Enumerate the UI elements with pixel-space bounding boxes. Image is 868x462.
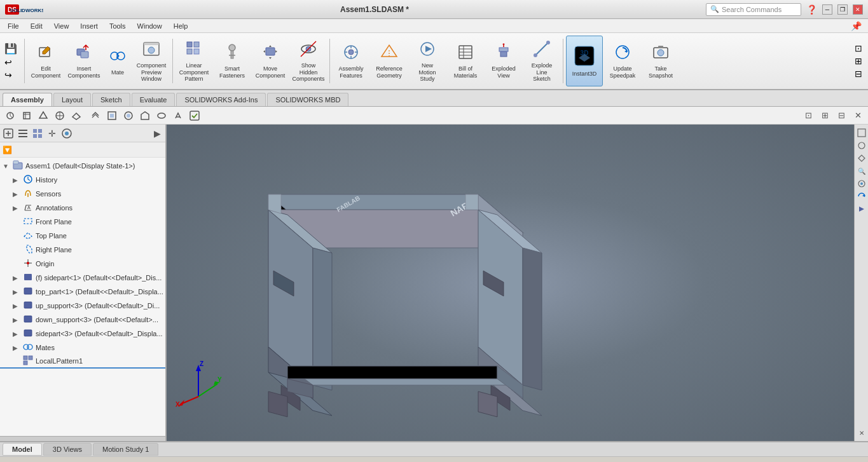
minimize-button[interactable]: ─: [822, 4, 832, 15]
toolbar-btn-reference-geometry[interactable]: ReferenceGeometry: [371, 36, 408, 86]
toolbar-btn-mate[interactable]: Mate: [104, 36, 132, 86]
help-icon[interactable]: ❓: [806, 4, 817, 15]
toolbar-btn-linear-pattern[interactable]: LinearComponentPattern: [176, 36, 212, 86]
svg-rect-59: [18, 136, 27, 137]
toolbar-right-btn1[interactable]: ⊡: [853, 43, 864, 54]
restore-button[interactable]: ❐: [837, 4, 848, 15]
menu-item-file[interactable]: File: [3, 21, 24, 31]
menu-item-window[interactable]: Window: [132, 21, 167, 31]
rp-btn-6[interactable]: [856, 191, 867, 202]
tab-evaluate[interactable]: Evaluate: [132, 93, 176, 106]
view-icon-right-1[interactable]: ⊡: [801, 109, 816, 123]
tab-sketch[interactable]: Sketch: [92, 93, 130, 106]
panel-btn-5[interactable]: [60, 126, 74, 140]
panel-btn-1[interactable]: [1, 126, 15, 140]
tab-layout[interactable]: Layout: [53, 93, 91, 106]
tree-item-history[interactable]: ▶ History: [0, 173, 165, 187]
toolbar-btn-update-speedpak[interactable]: UpdateSpeedpak: [604, 36, 641, 86]
view-icon-3[interactable]: [36, 109, 51, 123]
panel-btn-3[interactable]: [31, 126, 45, 140]
tree-item-annotations[interactable]: ▶ A Annotations: [0, 201, 165, 215]
tree-item-up-support3[interactable]: ▶ up_support<3> (Default<<Default>_Di...: [0, 299, 165, 313]
tree-item-sidepart1[interactable]: ▶ (f) sidepart<1> (Default<<Default>_Dis…: [0, 271, 165, 285]
insert-components-icon: [74, 43, 93, 64]
toolbar-btn-instant3d[interactable]: 3D Instant3D: [566, 36, 603, 86]
view-icon-4[interactable]: [52, 109, 67, 123]
toolbar-right-btn2[interactable]: ⊞: [853, 55, 864, 67]
svg-point-10: [148, 47, 155, 53]
view-icon-right-2[interactable]: ⊞: [817, 109, 832, 123]
quick-redo-icon[interactable]: ↪: [3, 69, 19, 81]
toolbar-btn-bill-of-materials[interactable]: Bill ofMaterials: [447, 36, 484, 86]
bottom-tab-motion-study1[interactable]: Motion Study 1: [93, 443, 158, 456]
tree-item-top-plane[interactable]: Top Plane: [0, 229, 165, 243]
view-icon-2[interactable]: [19, 109, 34, 123]
toolbar-btn-move-component[interactable]: MoveComponent: [252, 36, 289, 86]
panel-btn-chevron[interactable]: ▶: [150, 126, 164, 140]
tree-item-mates[interactable]: ▶ Mates: [0, 341, 165, 355]
toolbar-btn-new-motion-study[interactable]: NewMotionStudy: [409, 36, 446, 86]
rp-btn-3[interactable]: [856, 153, 867, 164]
view-icon-11[interactable]: [170, 109, 186, 123]
search-icon: 🔍: [710, 5, 719, 13]
toolbar-btn-explode-line-sketch[interactable]: ExplodeLineSketch: [523, 36, 560, 86]
tree-item-right-plane[interactable]: Right Plane: [0, 243, 165, 257]
menu-item-tools[interactable]: Tools: [104, 21, 131, 31]
search-box[interactable]: 🔍 Search Commands: [706, 3, 801, 16]
view-icon-9[interactable]: [137, 109, 153, 123]
rp-btn-2[interactable]: [856, 140, 867, 151]
menu-item-view[interactable]: View: [49, 21, 74, 31]
tab-solidworks-mbd[interactable]: SOLIDWORKS MBD: [267, 93, 348, 106]
quick-undo-icon[interactable]: ↩: [3, 57, 19, 68]
tree-item-origin[interactable]: Origin: [0, 257, 165, 271]
panel-btn-2[interactable]: [16, 126, 30, 140]
tree-item-sidepart3[interactable]: ▶ sidepart<3> (Default<<Default>_Displa.…: [0, 327, 165, 341]
view-icon-5[interactable]: [69, 109, 84, 123]
rp-btn-4[interactable]: 🔍: [856, 165, 867, 177]
quick-save-icon[interactable]: 💾: [3, 42, 19, 55]
rp-btn-5[interactable]: [856, 178, 867, 189]
toolbar-btn-component-preview[interactable]: ComponentPreviewWindow: [133, 36, 170, 86]
toolbar-btn-smart-fasteners[interactable]: SmartFasteners: [214, 36, 251, 86]
tab-solidworks-addins[interactable]: SOLIDWORKS Add-Ins: [176, 93, 266, 106]
panel-resize-handle[interactable]: [0, 436, 165, 441]
toolbar-btn-edit-component[interactable]: EditComponent: [27, 36, 64, 86]
toolbar-right-btn3[interactable]: ⊟: [853, 68, 864, 79]
bottom-tab-3dviews[interactable]: 3D Views: [43, 443, 92, 456]
rp-btn-7[interactable]: [856, 203, 867, 215]
tree-item-front-plane[interactable]: Front Plane: [0, 215, 165, 229]
pin-icon[interactable]: 📌: [847, 21, 865, 31]
tree-root[interactable]: ▼ Assem1 (Default<Display State-1>): [0, 159, 165, 173]
tree-item-down-support3[interactable]: ▶ down_support<3> (Default<<Default>...: [0, 313, 165, 327]
close-button[interactable]: ✕: [853, 4, 863, 15]
toolbar-btn-insert-components[interactable]: InsertComponents: [65, 36, 102, 86]
toolbar-btn-show-hidden[interactable]: ShowHiddenComponents: [290, 36, 327, 86]
svg-point-15: [229, 44, 235, 51]
toolbar-btn-take-snapshot[interactable]: TakeSnapshot: [642, 36, 679, 86]
menu-item-insert[interactable]: Insert: [75, 21, 103, 31]
filter-icon[interactable]: 🔽: [3, 146, 12, 154]
rp-btn-8[interactable]: ✕: [856, 427, 867, 438]
main-toolbar: 💾 ↩ ↪ EditComponent InsertComponents Mat…: [0, 33, 868, 90]
view-icon-8[interactable]: [121, 109, 136, 123]
panel-btn-4[interactable]: ✛: [45, 126, 59, 140]
view-icon-1[interactable]: [3, 109, 18, 123]
menu-item-help[interactable]: Help: [169, 21, 193, 31]
menu-item-edit[interactable]: Edit: [25, 21, 48, 31]
tree-item-sensors[interactable]: ▶ Sensors: [0, 187, 165, 201]
view-icon-right-4[interactable]: ✕: [850, 109, 865, 123]
toolbar-btn-assembly-features[interactable]: AssemblyFeatures: [333, 36, 369, 86]
tree-item-localpattern1[interactable]: LocalLPattern1: [0, 355, 165, 369]
rp-btn-1[interactable]: [856, 127, 867, 139]
view-icon-6[interactable]: [88, 109, 103, 123]
tree-item-top-part1[interactable]: ▶ top_part<1> (Default<<Default>_Displa.…: [0, 285, 165, 299]
view-icon-10[interactable]: [154, 109, 169, 123]
view-icon-7[interactable]: [104, 109, 120, 123]
view-icon-12[interactable]: [187, 109, 202, 123]
toolbar-btn-exploded-view[interactable]: ExplodedView: [485, 36, 522, 86]
viewport[interactable]: NARP FABLAB: [167, 125, 854, 441]
bottom-tab-model[interactable]: Model: [3, 443, 42, 456]
view-icon-right-3[interactable]: ⊟: [834, 109, 849, 123]
mate-label: Mate: [111, 69, 124, 76]
tab-assembly[interactable]: Assembly: [3, 93, 52, 106]
